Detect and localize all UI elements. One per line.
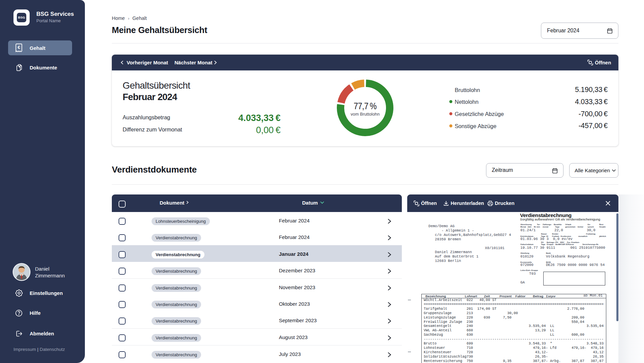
svg-text:€: € xyxy=(18,45,20,50)
